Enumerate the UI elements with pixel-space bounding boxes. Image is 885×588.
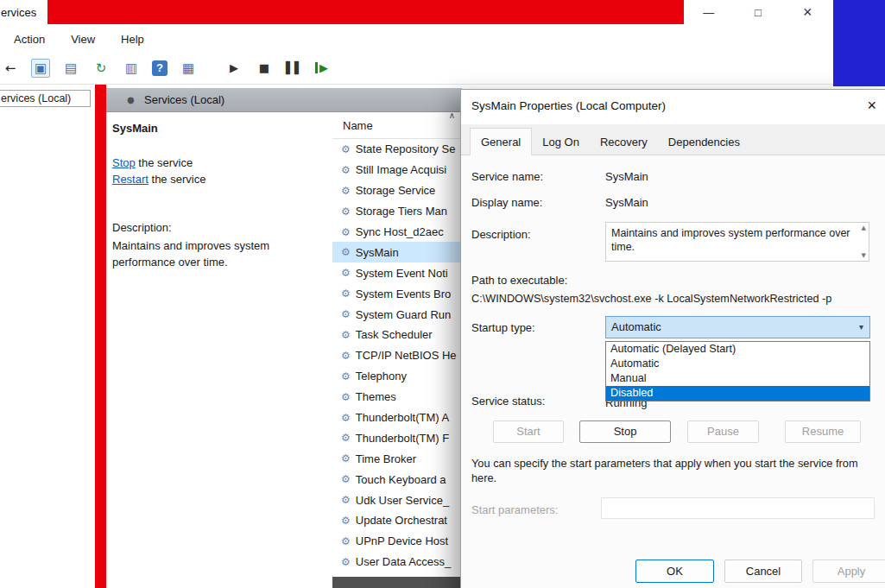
stop-service-link[interactable]: Stop bbox=[112, 156, 136, 169]
service-name: Thunderbolt(TM) A bbox=[356, 411, 449, 424]
list-item[interactable]: ⚙State Repository Se bbox=[332, 139, 460, 160]
services-console-window: ervices — □ × Action View Help ← ▣ ▤ ↻ ▥… bbox=[0, 0, 885, 588]
resume-button[interactable]: Resume bbox=[785, 420, 861, 443]
red-accent-bar-vertical bbox=[95, 85, 106, 588]
back-icon[interactable]: ← bbox=[1, 60, 20, 77]
maximize-button[interactable]: □ bbox=[733, 1, 782, 24]
gear-icon: ⚙ bbox=[341, 267, 351, 279]
list-item[interactable]: ⚙Task Scheduler bbox=[332, 325, 460, 345]
list-item[interactable]: ⚙Udk User Service_ bbox=[332, 490, 460, 510]
list-item[interactable]: ⚙Storage Tiers Man bbox=[332, 201, 460, 222]
tab-general[interactable]: General bbox=[470, 128, 532, 155]
list-item[interactable]: ⚙Update Orchestrat bbox=[332, 510, 460, 531]
list-item[interactable]: ⚙Themes bbox=[332, 387, 460, 408]
menu-help[interactable]: Help bbox=[121, 33, 144, 46]
service-name: Time Broker bbox=[356, 452, 416, 465]
list-item[interactable]: ⚙UPnP Device Host bbox=[332, 531, 460, 552]
pause-service-icon[interactable]: ▌▌ bbox=[285, 60, 304, 77]
save-list-icon[interactable]: ▥ bbox=[122, 60, 141, 77]
close-button[interactable]: × bbox=[783, 1, 832, 24]
option-automatic[interactable]: Automatic bbox=[606, 357, 869, 371]
list-item[interactable]: ⚙Telephony bbox=[332, 366, 460, 387]
list-item[interactable]: ⚙Time Broker bbox=[332, 448, 460, 469]
pause-button[interactable]: Pause bbox=[687, 420, 759, 443]
tab-dependencies[interactable]: Dependencies bbox=[658, 129, 750, 155]
refresh-icon[interactable]: ↻ bbox=[92, 60, 111, 77]
gear-icon: ⚙ bbox=[341, 226, 351, 238]
console-tree-icon[interactable]: ▣ bbox=[31, 59, 50, 78]
tab-log-on[interactable]: Log On bbox=[532, 129, 590, 155]
start-button[interactable]: Start bbox=[493, 420, 564, 443]
list-item[interactable]: ⚙Thunderbolt(TM) A bbox=[332, 408, 460, 428]
red-accent-bar-top bbox=[47, 0, 684, 24]
option-automatic-delayed[interactable]: Automatic (Delayed Start) bbox=[606, 342, 869, 357]
list-item[interactable]: ⚙System Events Bro bbox=[332, 283, 460, 304]
startup-type-combobox[interactable]: Automatic ▾ bbox=[605, 316, 870, 338]
scroll-up-icon[interactable]: ▲ bbox=[862, 224, 866, 231]
service-name: Update Orchestrat bbox=[356, 514, 447, 527]
list-item[interactable]: ⚙Sync Host_d2aec bbox=[332, 222, 460, 243]
service-name: System Event Noti bbox=[356, 267, 448, 280]
list-column-header[interactable]: Name ∧ bbox=[332, 112, 460, 139]
dialog-close-icon[interactable]: × bbox=[867, 97, 876, 115]
gear-icon: ⚙ bbox=[341, 370, 351, 383]
description-label: Description: bbox=[112, 221, 172, 234]
list-item[interactable]: ⚙TCP/IP NetBIOS He bbox=[332, 345, 460, 366]
service-name: Touch Keyboard a bbox=[356, 473, 446, 486]
gear-icon: ⚙ bbox=[341, 288, 351, 300]
service-name: UPnP Device Host bbox=[356, 534, 448, 547]
services-list-panel: Name ∧ ⚙State Repository Se ⚙Still Image… bbox=[332, 112, 460, 588]
help-icon[interactable]: ? bbox=[152, 60, 168, 76]
properties-window-icon[interactable]: ▦ bbox=[179, 60, 198, 77]
dialog-title: SysMain Properties (Local Computer) bbox=[471, 99, 666, 112]
path-value: C:\WINDOWS\system32\svchost.exe -k Local… bbox=[471, 293, 831, 305]
list-item[interactable]: ⚙System Event Noti bbox=[332, 262, 460, 283]
menu-action[interactable]: Action bbox=[14, 33, 45, 46]
service-name: Storage Tiers Man bbox=[356, 205, 447, 218]
restart-service-icon[interactable]: ▶ bbox=[315, 62, 328, 73]
minimize-button[interactable]: — bbox=[684, 1, 733, 24]
cancel-button[interactable]: Cancel bbox=[724, 560, 802, 583]
dialog-description-label: Description: bbox=[471, 228, 531, 241]
start-service-icon[interactable]: ▶ bbox=[224, 60, 243, 77]
export-list-icon[interactable]: ▤ bbox=[61, 60, 80, 77]
menu-bar: Action View Help bbox=[0, 26, 829, 52]
menu-view[interactable]: View bbox=[71, 33, 95, 46]
start-parameters-label: Start parameters: bbox=[471, 503, 558, 516]
stop-service-icon[interactable]: ■ bbox=[255, 60, 274, 77]
stop-button[interactable]: Stop bbox=[579, 420, 671, 443]
list-item[interactable]: ⚙Storage Service bbox=[332, 180, 460, 201]
list-item[interactable]: ⚙System Guard Run bbox=[332, 304, 460, 325]
gear-icon: ⚙ bbox=[341, 205, 351, 218]
description-textbox[interactable]: Maintains and improves system performanc… bbox=[605, 222, 869, 262]
list-item-selected[interactable]: ⚙SysMain bbox=[332, 242, 460, 262]
apply-button[interactable]: Apply bbox=[812, 560, 885, 583]
list-item[interactable]: ⚙Still Image Acquisi bbox=[332, 160, 460, 180]
start-parameters-input[interactable] bbox=[601, 497, 875, 519]
scrollbar-thumb[interactable] bbox=[332, 577, 460, 588]
list-item[interactable]: ⚙Thunderbolt(TM) F bbox=[332, 427, 460, 448]
startup-type-dropdown: Automatic (Delayed Start) Automatic Manu… bbox=[605, 341, 870, 401]
dialog-tabstrip: General Log On Recovery Dependencies bbox=[461, 124, 885, 155]
restart-service-link[interactable]: Restart bbox=[112, 173, 149, 186]
list-item[interactable]: ⚙Touch Keyboard a bbox=[332, 469, 460, 490]
chevron-down-icon: ▾ bbox=[859, 317, 863, 338]
option-disabled[interactable]: Disabled bbox=[606, 386, 869, 401]
middle-panel-header-title: Services (Local) bbox=[144, 93, 224, 106]
gear-icon: ⚙ bbox=[341, 185, 351, 197]
gear-icon: ⚙ bbox=[341, 329, 351, 341]
restart-service-line: Restart the service bbox=[112, 173, 205, 186]
service-name: Udk User Service_ bbox=[356, 494, 449, 507]
tree-item-services-local[interactable]: ervices (Local) bbox=[0, 90, 91, 107]
name-column-label[interactable]: Name bbox=[343, 119, 373, 132]
option-manual[interactable]: Manual bbox=[606, 371, 869, 386]
service-name: Sync Host_d2aec bbox=[356, 225, 444, 238]
horizontal-scrollbar[interactable] bbox=[332, 577, 460, 588]
ok-button[interactable]: OK bbox=[635, 560, 714, 583]
scroll-down-icon[interactable]: ▼ bbox=[862, 252, 866, 259]
tab-recovery[interactable]: Recovery bbox=[590, 129, 658, 155]
list-item[interactable]: ⚙User Data Access_ bbox=[332, 552, 460, 572]
gear-icon: ⚙ bbox=[341, 412, 351, 424]
service-info-panel: SysMain Stop the service Restart the ser… bbox=[106, 112, 330, 588]
service-name-label: Service name: bbox=[471, 170, 543, 183]
